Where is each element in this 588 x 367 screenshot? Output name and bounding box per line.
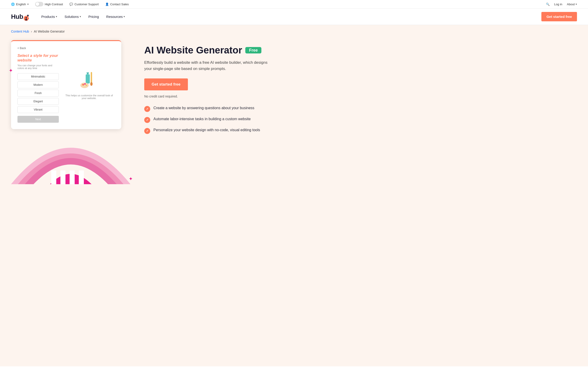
svg-rect-13 [61,170,65,184]
hubspot-logo[interactable]: Hub t [11,13,29,20]
utility-bar: English ▾ High Contrast Customer Support… [0,0,588,8]
main-nav: Hub t Products ▾ Solutions ▾ Pricing [0,8,588,25]
preview-title-prefix: Select a [17,53,33,58]
hero-section: ✦ < Back Select a style for your website… [0,33,588,193]
preview-right-panel: This helps us customize the overall look… [63,47,115,123]
contact-sales-link[interactable]: Contact Sales [105,2,129,6]
style-option-modern[interactable]: Modern [17,81,59,88]
svg-rect-15 [79,170,84,184]
svg-point-7 [90,82,93,86]
nav-cta-button[interactable]: Get started free [541,12,577,21]
no-credit-card-text: No credit card required. [144,94,577,98]
resources-chevron-icon: ▾ [124,15,125,18]
high-contrast-toggle[interactable]: High Contrast [35,2,63,6]
preview-title: Select a style for your website [17,53,59,63]
preview-illustration [79,70,99,92]
sparkle-bottomright-icon: ✦ [129,176,133,182]
pricing-label: Pricing [88,15,99,19]
products-chevron-icon: ▾ [56,15,57,18]
breadcrumb-current: AI Website Generator [34,30,65,33]
hero-right: AI Website Generator Free Effortlessly b… [144,40,577,134]
utility-left: English ▾ High Contrast Customer Support… [11,2,129,6]
style-option-minimalistic[interactable]: Minimalistic [17,73,59,80]
globe-icon [11,2,15,6]
preview-left-panel: < Back Select a style for your website Y… [17,47,59,123]
svg-point-9 [82,84,84,85]
logo-text-hub: Hub [11,13,23,20]
svg-rect-6 [91,72,92,83]
customer-support-link[interactable]: Customer Support [69,2,99,6]
products-label: Products [41,15,55,19]
search-button[interactable] [546,2,550,6]
feature-item-3: ✓ Personalize your website design with n… [144,127,577,134]
breadcrumb-parent-link[interactable]: Content Hub [11,30,29,33]
check-icon-1: ✓ [144,106,150,112]
svg-rect-5 [86,73,89,73]
contact-sales-label: Contact Sales [110,2,129,6]
solutions-chevron-icon: ▾ [80,15,81,18]
feature-item-2: ✓ Automate labor-intensive tasks in buil… [144,117,577,123]
breadcrumb: Content Hub › AI Website Generator [0,25,588,33]
solutions-label: Solutions [65,15,79,19]
check-icon-2: ✓ [144,117,150,123]
logo-spot-dot [23,16,27,19]
language-chevron-icon: ▾ [27,3,29,6]
about-menu[interactable]: About ▾ [567,2,577,6]
nav-products[interactable]: Products ▾ [38,13,61,20]
nav-items: Products ▾ Solutions ▾ Pricing Resources… [38,13,128,20]
high-contrast-label: High Contrast [45,2,63,6]
language-label: English [16,2,26,6]
feature-text-1: Create a website by answering questions … [153,106,254,110]
hero-description: Effortlessly build a website with a free… [144,59,268,72]
hero-left: ✦ < Back Select a style for your website… [11,40,130,184]
svg-point-1 [26,17,27,19]
language-selector[interactable]: English ▾ [11,2,29,6]
nav-resources[interactable]: Resources ▾ [103,13,128,20]
feature-item-1: ✓ Create a website by answering question… [144,106,577,112]
person-icon [105,2,109,6]
preview-caption: This helps us customize the overall look… [63,94,115,100]
toggle-knob [36,2,39,6]
rainbow-illustration [11,125,130,184]
breadcrumb-separator: › [31,30,32,33]
check-icon-3: ✓ [144,128,150,134]
preview-card-inner: < Back Select a style for your website Y… [11,41,121,129]
hero-cta-button[interactable]: Get started free [144,78,188,90]
hero-title-text: AI Website Generator [144,45,242,56]
feature-text-2: Automate labor-intensive tasks in buildi… [153,117,251,122]
preview-back-button[interactable]: < Back [17,47,59,50]
preview-next-button[interactable]: Next [17,116,59,123]
login-link[interactable]: Log in [554,2,562,6]
about-label: About [567,2,575,6]
free-badge: Free [245,47,261,54]
svg-rect-14 [69,170,75,184]
toggle-switch[interactable] [35,2,43,6]
customer-support-label: Customer Support [74,2,99,6]
hero-title: AI Website Generator Free [144,45,577,56]
about-chevron-icon: ▾ [576,3,577,6]
utility-right: Log in About ▾ [546,2,577,6]
preview-card: < Back Select a style for your website Y… [11,40,121,129]
svg-point-10 [84,83,86,85]
sparkle-topleft-icon: ✦ [9,68,13,74]
svg-point-11 [86,85,87,86]
search-icon [546,2,550,6]
nav-left: Hub t Products ▾ Solutions ▾ Pricing [11,13,128,20]
resources-label: Resources [106,15,123,19]
style-option-vibrant[interactable]: Vibrant [17,106,59,113]
svg-point-2 [25,19,27,20]
nav-solutions[interactable]: Solutions ▾ [61,13,84,20]
style-option-fresh[interactable]: Fresh [17,90,59,97]
svg-rect-12 [51,170,56,184]
nav-pricing[interactable]: Pricing [85,13,102,20]
preview-subtitle: You can change your fonts and colors at … [17,64,59,69]
svg-rect-3 [86,74,90,83]
preview-title-highlight: style [33,53,42,58]
feature-text-3: Personalize your website design with no-… [153,127,260,133]
svg-point-8 [80,83,89,88]
chat-icon [69,2,73,6]
feature-list: ✓ Create a website by answering question… [144,106,577,134]
style-option-elegant[interactable]: Elegant [17,98,59,105]
style-options-list: Minimalistic Modern Fresh Elegant Vibran… [17,73,59,113]
page-content: Content Hub › AI Website Generator ✦ < B… [0,25,588,366]
